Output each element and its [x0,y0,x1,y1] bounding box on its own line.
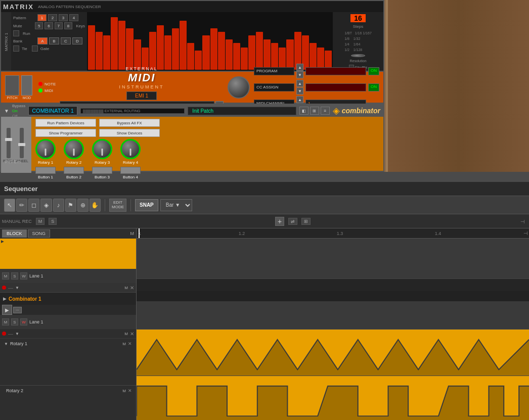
track-grid-btn[interactable]: ⊞ [301,218,311,225]
matrix-step-grid[interactable] [87,12,333,72]
run-checkbox[interactable] [13,30,19,36]
eraser-tool-btn[interactable]: ◻ [28,199,39,212]
resolution-knob[interactable] [351,54,365,57]
track-arrow-1[interactable]: ▼ [15,286,19,290]
rotary-1[interactable] [35,139,56,159]
wheel-fader-track[interactable] [20,128,24,158]
rotary-2-automation-lane[interactable] [137,376,529,420]
num-btn-6[interactable]: 6 [45,22,53,29]
edit-mode-btn[interactable]: EDIT MODE [109,199,126,212]
bank-b[interactable]: B [49,37,59,44]
track-w-btn-1[interactable]: W [20,272,27,279]
bank-c[interactable]: C [61,37,71,44]
num-btn-7[interactable]: 7 [55,22,63,29]
sub-lane-arrow[interactable]: ▼ [15,332,19,336]
button-3[interactable] [92,167,112,174]
cc-on-btn[interactable]: ON [368,83,379,91]
sub-lane-mx-btn[interactable]: M [124,332,128,336]
track-mx-btn-1[interactable]: M [124,286,128,290]
num-btn-3[interactable]: 3 [59,14,68,21]
step-bar-21[interactable] [241,48,248,70]
comb-fold-btn[interactable]: ◧ [299,107,308,115]
device-icon[interactable]: ▶ [2,305,12,315]
num-btn-2[interactable]: 2 [48,14,57,21]
group-expand-icon[interactable]: ▶ [3,296,7,301]
button-4[interactable] [120,167,141,174]
run-pattern-btn[interactable]: Run Pattern Devices [35,119,96,127]
combinator-name-display[interactable]: COMBINATOR 1 [28,106,77,115]
step-bar-20[interactable] [233,43,240,70]
track-s-btn-1[interactable]: S [11,272,18,279]
step-bar-12[interactable] [172,28,179,70]
num-btn-8[interactable]: 8 [64,22,72,29]
bank-a[interactable]: A [37,37,48,44]
cc-down-btn[interactable]: ▼ [296,87,303,95]
program-field[interactable] [305,67,366,75]
pitch-fader-handle[interactable] [5,138,12,141]
pitch-fader-track[interactable] [7,128,11,158]
tie-checkbox[interactable] [13,45,19,52]
rotary-1-expand[interactable]: ▼ [4,342,8,346]
step-bar-17[interactable] [210,28,217,70]
mod-fader[interactable] [21,75,32,96]
paint-tool-btn[interactable]: ◈ [40,199,52,212]
rotary-2[interactable] [64,139,84,159]
num-btn-4[interactable]: 4 [69,14,78,21]
channel-up-btn[interactable]: ▲ [296,96,303,103]
pencil-tool-btn[interactable]: ✏ [16,199,27,212]
rotary-4[interactable] [120,139,141,159]
lane-1-section[interactable] [137,239,529,279]
track-options-btn[interactable]: ⇌ [288,218,297,225]
rotary-1-automation-lane[interactable] [137,330,529,376]
sub-lane-m-btn[interactable]: M [2,318,9,325]
button-1[interactable] [35,167,56,174]
m-btn-header[interactable]: M [36,218,45,225]
rotary-3[interactable] [92,139,112,159]
cc-up-btn[interactable]: ▲ [296,80,303,87]
flag-tool-btn[interactable]: ⚑ [65,199,76,212]
snap-btn[interactable]: SNAP [135,199,158,211]
rotary-1-m-btn[interactable]: M [122,342,126,346]
song-tab[interactable]: SONG [28,229,51,238]
step-bar-13[interactable] [180,21,187,70]
track-x-btn-1[interactable]: ✕ [130,285,134,291]
track-block-yellow-1[interactable]: ▶ [0,239,136,269]
wheel-fader-handle[interactable] [18,143,25,146]
step-bar-4[interactable] [111,17,118,70]
bank-d[interactable]: D [72,37,82,44]
program-up-btn[interactable]: ▲ [296,64,303,71]
step-bar-9[interactable] [149,32,156,70]
combinator-expand-btn[interactable]: ▼ [4,108,9,114]
add-track-btn[interactable]: + [275,217,284,226]
step-bar-16[interactable] [202,35,209,70]
track-m-btn-1[interactable]: M [2,272,9,279]
step-bar-1[interactable] [88,25,95,70]
step-bar-19[interactable] [226,39,233,70]
arrow-tool-btn[interactable]: ↖ [4,199,15,212]
bypass-fx-btn[interactable]: Bypass All FX [99,119,160,127]
bar-select[interactable]: Bar ▼ [160,199,192,211]
comb-settings-btn[interactable]: ≡ [321,107,330,115]
note-tool-btn[interactable]: ♪ [53,199,64,212]
rotary-2-m-btn[interactable]: M [122,389,126,393]
init-patch-display[interactable]: Init Patch [188,107,296,115]
sub-lane-x-btn[interactable]: ✕ [130,331,134,337]
step-bar-11[interactable] [164,35,171,70]
show-programmer-btn[interactable]: Show Programmer [35,129,96,137]
step-bar-18[interactable] [218,32,225,70]
sub-lane-w-btn[interactable]: W [20,318,27,325]
sub-lane-s-btn[interactable]: S [11,318,18,325]
zoom-tool-btn[interactable]: ⊕ [77,199,89,212]
hand-tool-btn[interactable]: ✋ [90,199,101,212]
step-bar-6[interactable] [126,28,133,70]
step-bar-10[interactable] [157,25,164,70]
program-on-btn[interactable]: ON [368,67,379,75]
rotary-1-x-btn[interactable]: ✕ [128,341,132,346]
comb-patch-btn[interactable]: ⊞ [310,107,319,115]
step-bar-2[interactable] [96,32,103,70]
show-devices-btn[interactable]: Show Devices [99,129,160,137]
rotary-2-x-btn[interactable]: ✕ [128,388,132,393]
s-btn-header[interactable]: S [49,218,57,225]
num-btn-5[interactable]: 5 [35,22,43,29]
midi-big-knob[interactable] [228,76,250,99]
